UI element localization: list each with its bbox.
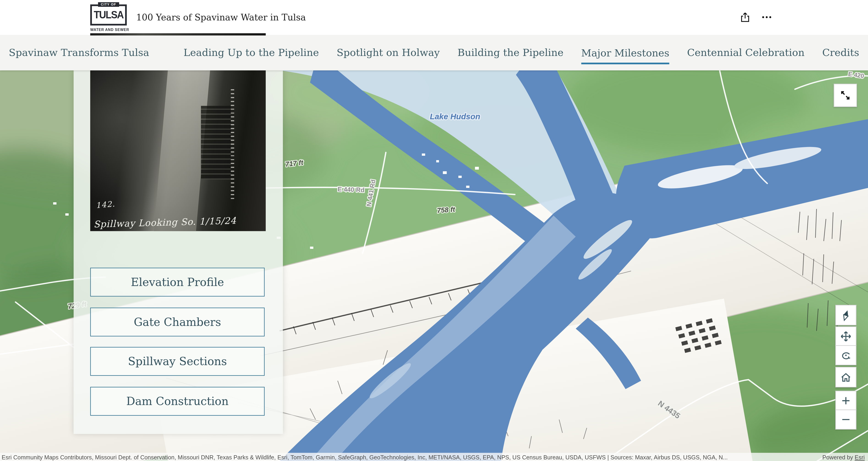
- home-button[interactable]: [835, 367, 856, 387]
- elevation-profile-button[interactable]: Elevation Profile: [90, 268, 265, 296]
- city-of-tulsa-logo: CITY OF TULSA WATER AND SEWER: [90, 4, 127, 31]
- esri-link[interactable]: Esri: [855, 454, 865, 460]
- spillway-sections-button[interactable]: Spillway Sections: [90, 347, 265, 376]
- dam-construction-button[interactable]: Dam Construction: [90, 387, 265, 416]
- map-label-758ft: 758 ft: [437, 205, 456, 214]
- nav-tab-spotlight-on-holway[interactable]: Spotlight on Holway: [337, 46, 440, 59]
- app-header: CITY OF TULSA WATER AND SEWER 100 Years …: [0, 0, 868, 35]
- photo-structure-shape: [201, 106, 230, 180]
- zoom-out-button[interactable]: [835, 410, 856, 430]
- logo-department: WATER AND SEWER: [90, 28, 127, 32]
- nav-tab-spavinaw-transforms-tulsa[interactable]: Spavinaw Transforms Tulsa: [9, 46, 149, 59]
- photo-ladder-shape: [231, 86, 234, 199]
- pan-icon: [839, 330, 852, 343]
- map-label-lake-hudson: Lake Hudson: [430, 112, 480, 121]
- powered-by-prefix: Powered by: [823, 454, 853, 460]
- nav-tab-major-milestones[interactable]: Major Milestones: [581, 47, 670, 64]
- nav-tab-building-the-pipeline[interactable]: Building the Pipeline: [458, 46, 563, 59]
- share-button[interactable]: [738, 10, 752, 25]
- storymap-page: Lake Hudson E 420 E 440 Rd N 441 Rd N 44…: [0, 0, 868, 461]
- historic-spillway-photo[interactable]: 142. Spillway Looking So. 1/15/24: [90, 70, 266, 231]
- page-title: 100 Years of Spavinaw Water in Tulsa: [136, 0, 306, 35]
- photo-caption-number: 142.: [96, 199, 116, 210]
- attribution-sources: Esri Community Maps Contributors, Missou…: [0, 454, 812, 460]
- expand-button[interactable]: [834, 84, 857, 107]
- share-icon: [739, 11, 751, 25]
- logo-tagline: CITY OF: [98, 2, 119, 7]
- compass-button[interactable]: [835, 305, 856, 325]
- gate-chambers-button[interactable]: Gate Chambers: [90, 308, 265, 337]
- logo-name: TULSA: [94, 9, 123, 21]
- map-attribution-bar: Esri Community Maps Contributors, Missou…: [0, 453, 868, 461]
- nav-tab-leading-up-to-the-pipeline[interactable]: Leading Up to the Pipeline: [184, 46, 319, 59]
- map-label-e440: E 440 Rd: [337, 185, 365, 194]
- more-options-button[interactable]: [760, 10, 774, 25]
- photo-caption: Spillway Looking So. 1/15/24: [93, 215, 237, 230]
- rotate-button[interactable]: [835, 345, 856, 365]
- scrolled-photo-edge: [90, 33, 266, 35]
- sidebar-panel: 142. Spillway Looking So. 1/15/24 Elevat…: [73, 70, 283, 434]
- minus-icon: [839, 413, 852, 426]
- home-icon: [839, 370, 852, 384]
- section-nav: Spavinaw Transforms Tulsa Leading Up to …: [0, 35, 868, 70]
- rotate-icon: [839, 349, 852, 362]
- powered-by: Powered by Esri: [812, 454, 868, 460]
- logo-frame: CITY OF TULSA: [90, 4, 127, 25]
- zoom-in-button[interactable]: [835, 391, 856, 410]
- pan-button[interactable]: [835, 326, 856, 346]
- nav-tab-centennial-celebration[interactable]: Centennial Celebration: [687, 46, 805, 59]
- plus-icon: [839, 394, 852, 407]
- ellipsis-icon: [761, 11, 773, 25]
- nav-tab-credits[interactable]: Credits: [822, 46, 859, 59]
- expand-icon: [839, 89, 852, 102]
- compass-icon: [839, 309, 852, 322]
